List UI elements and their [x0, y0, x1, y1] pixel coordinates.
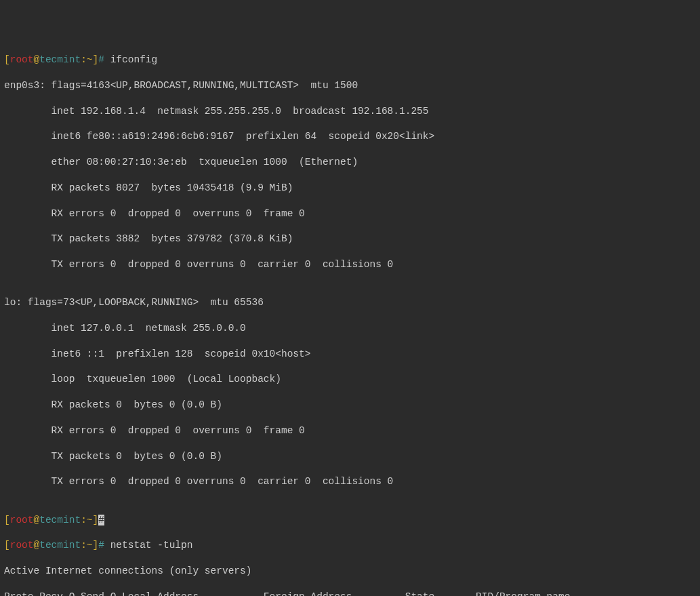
- ifconfig-line: TX packets 3882 bytes 379782 (370.8 KiB): [4, 233, 696, 245]
- ifconfig-line: inet 192.168.1.4 netmask 255.255.255.0 b…: [4, 105, 696, 118]
- prompt-path: ~: [87, 54, 93, 65]
- ifconfig-line: enp0s3: flags=4163<UP,BROADCAST,RUNNING,…: [4, 79, 696, 92]
- prompt-hash: #: [98, 54, 104, 65]
- prompt-host: tecmint: [39, 54, 81, 65]
- terminal-output[interactable]: [root@tecmint:~]# ifconfig enp0s3: flags…: [4, 54, 696, 596]
- ifconfig-line: RX errors 0 dropped 0 overruns 0 frame 0: [4, 207, 696, 220]
- prompt-user: root: [10, 54, 34, 65]
- prompt-at: @: [34, 54, 40, 65]
- ifconfig-line: inet6 fe80::a619:2496:6cb6:9167 prefixle…: [4, 130, 696, 143]
- ifconfig-line: ether 08:00:27:10:3e:eb txqueuelen 1000 …: [4, 156, 696, 169]
- prompt-bracket-open: [: [4, 54, 10, 65]
- ifconfig-line: TX errors 0 dropped 0 overruns 0 carrier…: [4, 258, 696, 271]
- ifconfig-line: lo: flags=73<UP,LOOPBACK,RUNNING> mtu 65…: [4, 296, 696, 309]
- ifconfig-line: RX packets 0 bytes 0 (0.0 B): [4, 399, 696, 412]
- ifconfig-line: inet6 ::1 prefixlen 128 scopeid 0x10<hos…: [4, 348, 696, 361]
- netstat-header: Proto Recv-Q Send-Q Local Address Foreig…: [4, 591, 696, 596]
- netstat-line: Active Internet connections (only server…: [4, 565, 696, 578]
- prompt-hash-highlight: #: [98, 515, 104, 525]
- ifconfig-line: TX packets 0 bytes 0 (0.0 B): [4, 450, 696, 463]
- ifconfig-line: loop txqueuelen 1000 (Local Loopback): [4, 373, 696, 386]
- command-ifconfig: ifconfig: [110, 54, 158, 65]
- command-netstat: netstat -tulpn: [110, 540, 193, 551]
- ifconfig-line: RX packets 8027 bytes 10435418 (9.9 MiB): [4, 182, 696, 195]
- ifconfig-line: TX errors 0 dropped 0 overruns 0 carrier…: [4, 475, 696, 488]
- ifconfig-line: RX errors 0 dropped 0 overruns 0 frame 0: [4, 424, 696, 437]
- ifconfig-line: inet 127.0.0.1 netmask 255.0.0.0: [4, 322, 696, 335]
